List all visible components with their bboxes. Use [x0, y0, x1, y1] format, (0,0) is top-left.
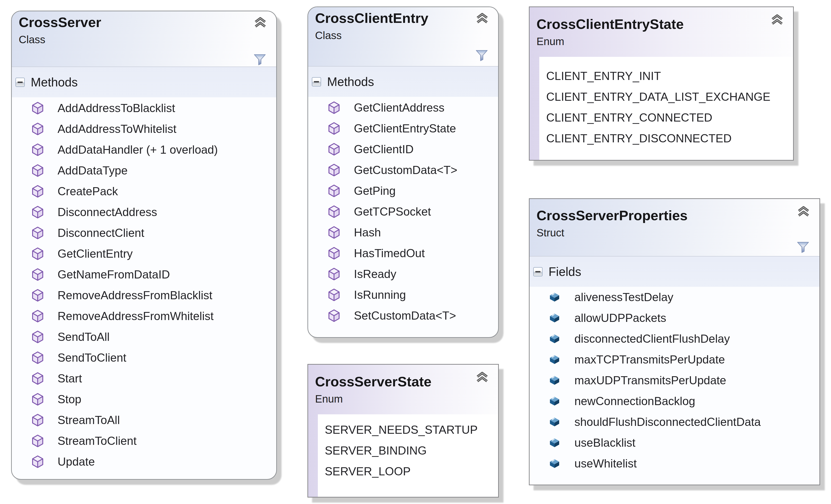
- collapse-button[interactable]: [476, 372, 489, 383]
- field-row[interactable]: newConnectionBacklog: [529, 391, 820, 412]
- type-title: CrossClientEntry: [315, 11, 498, 26]
- method-row[interactable]: SendToClient: [12, 347, 276, 368]
- method-row[interactable]: StreamToAll: [12, 410, 276, 431]
- field-icon: [549, 334, 560, 344]
- type-card-cross-server-state[interactable]: CrossServerState Enum SERVER_NEEDS_START…: [308, 364, 499, 498]
- enum-value-row[interactable]: SERVER_LOOP: [318, 461, 498, 482]
- method-name: HasTimedOut: [354, 246, 425, 260]
- filter-button[interactable]: [476, 50, 488, 61]
- type-kind-label: Enum: [315, 393, 498, 405]
- type-card-cross-client-entry[interactable]: CrossClientEntry Class Methods: [308, 6, 499, 338]
- method-icon: [328, 226, 340, 239]
- enum-value-list: SERVER_NEEDS_STARTUP SERVER_BINDING SERV…: [318, 414, 498, 497]
- filter-button[interactable]: [797, 241, 809, 253]
- method-row[interactable]: SendToAll: [12, 327, 276, 347]
- method-icon: [32, 122, 44, 136]
- method-row[interactable]: AddDataHandler (+ 1 overload): [12, 139, 276, 160]
- enum-value-row[interactable]: CLIENT_ENTRY_CONNECTED: [539, 107, 793, 128]
- method-row[interactable]: HasTimedOut: [308, 243, 498, 264]
- method-name: CreatePack: [58, 185, 118, 198]
- collapse-section-toggle[interactable]: [312, 77, 321, 86]
- method-icon: [32, 372, 44, 385]
- method-row[interactable]: GetClientEntry: [12, 243, 276, 264]
- method-row[interactable]: RemoveAddressFromBlacklist: [12, 285, 276, 306]
- method-row[interactable]: GetTCPSocket: [308, 201, 498, 222]
- enum-value-row[interactable]: CLIENT_ENTRY_DISCONNECTED: [539, 128, 793, 149]
- method-row[interactable]: GetNameFromDataID: [12, 264, 276, 285]
- method-row[interactable]: GetClientAddress: [308, 97, 498, 118]
- collapse-section-toggle[interactable]: [533, 267, 543, 276]
- section-label: Methods: [31, 75, 78, 89]
- field-row[interactable]: useBlacklist: [529, 433, 820, 453]
- field-name: useWhitelist: [574, 457, 637, 470]
- method-name: RemoveAddressFromWhitelist: [58, 309, 213, 323]
- method-row[interactable]: Stop: [12, 389, 276, 410]
- method-row[interactable]: CreatePack: [12, 181, 276, 202]
- method-row[interactable]: DisconnectAddress: [12, 202, 276, 223]
- collapse-button[interactable]: [476, 13, 489, 24]
- method-row[interactable]: IsRunning: [308, 285, 498, 305]
- method-name: AddDataHandler (+ 1 overload): [58, 143, 218, 156]
- type-title: CrossServerState: [315, 374, 498, 389]
- method-row[interactable]: GetClientEntryState: [308, 118, 498, 139]
- method-name: DisconnectAddress: [58, 205, 157, 219]
- enum-value-name: CLIENT_ENTRY_INIT: [546, 69, 661, 83]
- method-row[interactable]: AddAddressToWhitelist: [12, 119, 276, 139]
- method-row[interactable]: StreamToClient: [12, 431, 276, 451]
- type-card-cross-server[interactable]: CrossServer Class: [11, 11, 277, 480]
- method-row[interactable]: AddAddressToBlacklist: [12, 98, 276, 119]
- enum-value-row[interactable]: SERVER_NEEDS_STARTUP: [318, 419, 498, 440]
- collapse-button[interactable]: [254, 17, 267, 28]
- method-name: GetNameFromDataID: [58, 268, 170, 281]
- method-row[interactable]: GetCustomData<T>: [308, 160, 498, 180]
- field-row[interactable]: allowUDPPackets: [529, 307, 820, 328]
- method-row[interactable]: DisconnectClient: [12, 223, 276, 243]
- method-icon: [328, 309, 340, 322]
- enum-value-name: SERVER_NEEDS_STARTUP: [325, 423, 478, 437]
- field-icon: [549, 396, 560, 406]
- field-row[interactable]: shouldFlushDisconnectedClientData: [529, 412, 820, 433]
- method-name: GetClientEntryState: [354, 122, 456, 135]
- collapse-button[interactable]: [770, 14, 784, 26]
- type-card-cross-server-properties[interactable]: CrossServerProperties Struct Fields: [529, 198, 820, 485]
- method-row[interactable]: IsReady: [308, 264, 498, 285]
- field-icon: [549, 292, 560, 302]
- method-icon: [32, 247, 44, 260]
- field-row[interactable]: maxUDPTransmitsPerUpdate: [529, 370, 820, 391]
- field-name: newConnectionBacklog: [574, 394, 695, 408]
- field-row[interactable]: useWhitelist: [529, 453, 820, 474]
- method-row[interactable]: Hash: [308, 222, 498, 243]
- method-row[interactable]: GetClientID: [308, 139, 498, 160]
- method-name: SendToAll: [58, 330, 110, 344]
- method-name: GetTCPSocket: [354, 205, 431, 218]
- filter-button[interactable]: [254, 54, 266, 66]
- enum-value-row[interactable]: CLIENT_ENTRY_DATA_LIST_EXCHANGE: [539, 86, 793, 107]
- collapse-section-toggle[interactable]: [16, 78, 25, 87]
- field-name: allowUDPPackets: [574, 311, 666, 325]
- method-row[interactable]: Update: [12, 451, 276, 472]
- type-title: CrossServerProperties: [537, 208, 820, 223]
- method-row[interactable]: GetPing: [308, 180, 498, 201]
- section-header-methods: Methods: [308, 66, 498, 97]
- collapse-button[interactable]: [797, 206, 810, 217]
- enum-value-name: SERVER_LOOP: [325, 465, 410, 478]
- field-row[interactable]: disconnectedClientFlushDelay: [529, 328, 820, 349]
- type-card-cross-client-entry-state[interactable]: CrossClientEntryState Enum CLIENT_ENTRY_…: [529, 6, 794, 160]
- method-icon: [32, 330, 44, 344]
- enum-value-row[interactable]: CLIENT_ENTRY_INIT: [539, 66, 793, 86]
- method-row[interactable]: RemoveAddressFromWhitelist: [12, 306, 276, 327]
- enum-value-row[interactable]: SERVER_BINDING: [318, 440, 498, 461]
- method-name: AddAddressToBlacklist: [58, 101, 175, 115]
- field-row[interactable]: maxTCPTransmitsPerUpdate: [529, 349, 820, 370]
- field-icon: [549, 376, 560, 385]
- double-chevron-up-icon: [797, 214, 810, 218]
- field-row[interactable]: alivenessTestDelay: [529, 287, 820, 307]
- method-name: RemoveAddressFromBlacklist: [58, 289, 212, 302]
- method-icon: [328, 101, 340, 114]
- method-row[interactable]: AddDataType: [12, 160, 276, 181]
- method-icon: [32, 185, 44, 198]
- double-chevron-up-icon: [476, 21, 489, 25]
- method-row[interactable]: SetCustomData<T>: [308, 305, 498, 326]
- method-row[interactable]: Start: [12, 368, 276, 389]
- method-name: SetCustomData<T>: [354, 309, 456, 322]
